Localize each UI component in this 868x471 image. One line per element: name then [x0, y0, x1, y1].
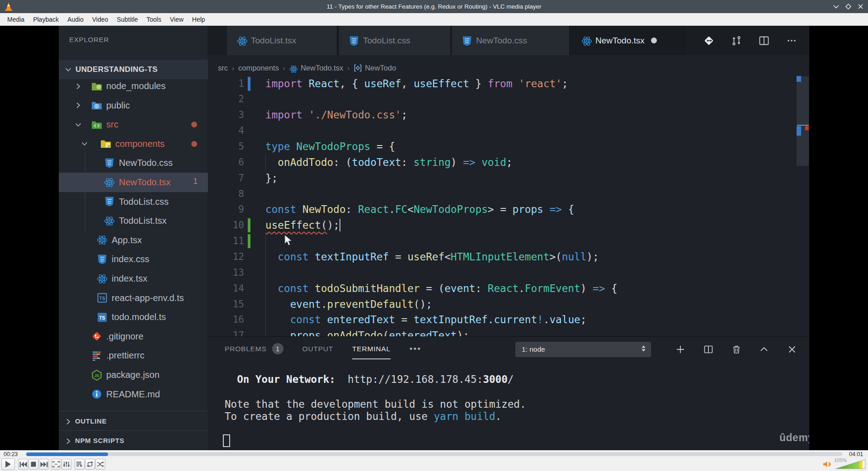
volume-icon[interactable]: [823, 460, 832, 468]
breadcrumb-item-components[interactable]: components: [238, 64, 279, 72]
more-actions-button[interactable]: [785, 34, 798, 47]
tree-item-node_modules[interactable]: node_modules: [59, 76, 208, 96]
tab-label: TodoList.css: [363, 36, 410, 46]
tree-item-label: react-app-env.d.ts: [112, 293, 184, 303]
playlist-button[interactable]: [75, 459, 85, 470]
react-icon: [237, 36, 246, 45]
split-editor-button[interactable]: [757, 34, 771, 47]
previous-button[interactable]: [18, 459, 28, 470]
tree-item-package.json[interactable]: JSpackage.json: [59, 365, 208, 385]
maximize-button[interactable]: [844, 3, 852, 10]
scrollbar[interactable]: [793, 75, 809, 336]
tree-item-NewTodo.tsx[interactable]: NewTodo.tsx1: [59, 173, 208, 192]
tree-item-label: NewTodo.tsx: [119, 177, 171, 188]
code-text: const NewTodo: React.FC<NewTodoProps> = …: [265, 202, 574, 217]
tree-item-components[interactable]: components: [59, 134, 208, 154]
tree-item-index.css[interactable]: index.css: [59, 250, 208, 269]
terminal-select[interactable]: 1: node: [515, 342, 651, 357]
breadcrumb-label: NewTodo.tsx: [301, 64, 343, 72]
tree-item-README.md[interactable]: README.md: [59, 385, 208, 404]
svg-text:TS: TS: [99, 296, 105, 301]
tree-item-label: .gitignore: [106, 331, 143, 342]
panel-tab-problems[interactable]: PROBLEMS1: [225, 343, 283, 354]
tree-item-src[interactable]: src: [59, 115, 208, 134]
menu-subtitle[interactable]: Subtitle: [113, 13, 141, 26]
code-text: event.preventDefault();: [265, 297, 432, 312]
loop-button[interactable]: [85, 459, 95, 470]
menu-audio[interactable]: Audio: [64, 13, 87, 26]
breadcrumb-item-NewTodo[interactable]: NewTodo: [354, 64, 396, 72]
new-terminal-button[interactable]: [674, 343, 687, 356]
extended-settings-button[interactable]: [61, 459, 71, 470]
tab-TodoList.css[interactable]: TodoList.css: [339, 26, 451, 55]
random-button[interactable]: [95, 459, 105, 470]
sidebar-section-npm-scripts[interactable]: NPM SCRIPTS: [59, 430, 208, 450]
mouse-cursor: [284, 235, 294, 246]
window-controls: [832, 0, 864, 13]
split-terminal-button[interactable]: [702, 343, 715, 356]
menu-view[interactable]: View: [167, 13, 187, 26]
stop-button[interactable]: [28, 459, 38, 470]
tree-item-label: .prettierrc: [106, 350, 144, 361]
tab-TodoList.tsx[interactable]: TodoList.tsx: [227, 26, 338, 55]
close-button[interactable]: [857, 3, 864, 10]
sidebar-section-outline[interactable]: OUTLINE: [59, 411, 208, 431]
volume-slider[interactable]: [835, 459, 865, 469]
vlc-menu-bar: MediaPlaybackAudioVideoSubtitleToolsView…: [0, 13, 868, 26]
video-area[interactable]: EXPLORER UNDERSTANDING-TS node_modulespu…: [0, 26, 868, 450]
unsaved-dot[interactable]: [651, 38, 657, 43]
breadcrumb-item-NewTodo.tsx[interactable]: NewTodo.tsx: [289, 64, 343, 72]
compare-changes-button[interactable]: [730, 34, 743, 47]
code-line-14: 14 const todoSubmitHandler = (event: Rea…: [208, 281, 796, 297]
tree-item-TodoList.css[interactable]: TodoList.css: [59, 192, 208, 212]
play-button[interactable]: [1, 458, 15, 470]
tree-item-partial[interactable]: [59, 404, 208, 411]
minimize-button[interactable]: [832, 3, 840, 10]
tree-item-todo.model.ts[interactable]: TStodo.model.ts: [59, 307, 208, 327]
tree-item-index.tsx[interactable]: index.tsx: [59, 269, 208, 288]
panel-tab-terminal[interactable]: TERMINAL: [352, 339, 391, 359]
gutter-added-bar: [248, 234, 250, 248]
panel-more-button[interactable]: •••: [410, 344, 421, 354]
code-line-7: 7};: [208, 170, 796, 186]
tab-NewTodo.tsx[interactable]: NewTodo.tsx: [571, 26, 685, 55]
scrollbar-thumb[interactable]: [797, 76, 809, 166]
tree-item-TodoList.tsx[interactable]: TodoList.tsx: [59, 211, 208, 231]
menu-tools[interactable]: Tools: [143, 13, 165, 26]
breadcrumb: src›components›NewTodo.tsx›NewTodo: [218, 61, 396, 75]
editor-tab-strip: TodoList.tsxTodoList.cssNewTodo.cssNewTo…: [208, 26, 809, 55]
kill-terminal-button[interactable]: [730, 343, 743, 356]
tab-NewTodo.css[interactable]: NewTodo.css: [452, 26, 570, 55]
tree-item-.prettierrc[interactable]: .prettierrc: [59, 346, 208, 365]
menu-media[interactable]: Media: [4, 13, 28, 26]
code-line-5: 5type NewTodoProps = {: [208, 139, 796, 155]
next-button[interactable]: [39, 459, 49, 470]
menu-help[interactable]: Help: [189, 13, 208, 26]
menu-playback[interactable]: Playback: [30, 13, 62, 26]
breadcrumb-item-src[interactable]: src: [218, 64, 228, 72]
tree-item-public[interactable]: public: [59, 96, 208, 115]
tree-item-.gitignore[interactable]: .gitignore: [59, 327, 208, 346]
code-line-13: 13: [208, 265, 796, 281]
panel-tab-label: TERMINAL: [352, 345, 391, 353]
menu-video[interactable]: Video: [89, 13, 112, 26]
maximize-panel-button[interactable]: [757, 343, 771, 356]
close-panel-button[interactable]: [785, 343, 799, 356]
fullscreen-button[interactable]: [51, 459, 61, 470]
breadcrumb-separator: ›: [347, 64, 349, 72]
overview-mark-cursor: [797, 125, 809, 126]
tab-label: NewTodo.css: [476, 36, 527, 46]
code-editor[interactable]: 1import React, { useRef, useEffect } fro…: [208, 75, 796, 336]
folder-src-icon: [91, 120, 102, 130]
chevron-down-icon: [64, 66, 72, 74]
tree-item-NewTodo.css[interactable]: NewTodo.css: [59, 153, 208, 173]
tree-item-App.tsx[interactable]: App.tsx: [59, 231, 208, 250]
terminal-cursor: [223, 434, 230, 447]
seek-bar[interactable]: [26, 452, 842, 456]
line-number: 17: [208, 328, 244, 336]
modified-dot: [191, 122, 197, 127]
file-tree: node_modulespublicsrccomponentsNewTodo.c…: [59, 76, 208, 411]
panel-tab-output[interactable]: OUTPUT: [302, 345, 334, 353]
tree-item-react-app-env.d.ts[interactable]: TSreact-app-env.d.ts: [59, 288, 208, 308]
open-changes-button[interactable]: [702, 34, 716, 47]
